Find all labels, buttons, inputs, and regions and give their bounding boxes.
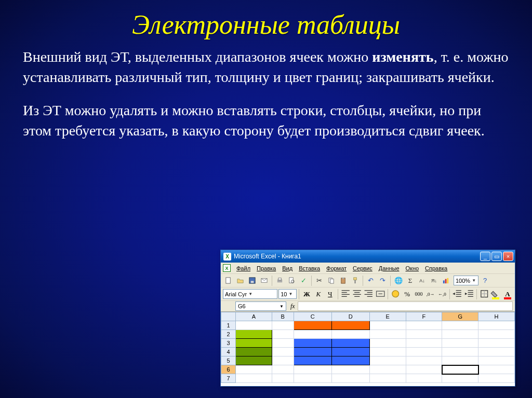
cell-B7[interactable]	[272, 374, 294, 383]
cell-F2[interactable]	[406, 330, 442, 339]
increase-decimal-icon[interactable]: ,0→	[425, 289, 435, 299]
help-icon[interactable]: ?	[480, 275, 490, 286]
menu-file[interactable]: Файл	[234, 264, 253, 272]
increase-indent-icon[interactable]	[464, 289, 474, 299]
cell-G5[interactable]	[442, 356, 478, 365]
autosum-icon[interactable]: Σ	[405, 275, 416, 286]
cell-A1[interactable]	[235, 321, 272, 330]
col-header-A[interactable]: A	[235, 312, 272, 321]
cell-H2[interactable]	[478, 330, 515, 339]
decrease-decimal-icon[interactable]: ←,0	[437, 289, 447, 299]
redo-icon[interactable]: ↷	[377, 275, 388, 286]
percent-icon[interactable]: %	[402, 289, 413, 299]
cell-A7[interactable]	[235, 374, 272, 383]
row-header-5[interactable]: 5	[221, 356, 236, 365]
cell-C5[interactable]	[294, 356, 331, 365]
menu-view[interactable]: Вид	[280, 264, 295, 272]
row-header-3[interactable]: 3	[221, 339, 236, 348]
cell-A2[interactable]	[235, 330, 272, 339]
select-all-corner[interactable]	[221, 312, 236, 321]
cell-F7[interactable]	[406, 374, 442, 383]
spellcheck-icon[interactable]: ✓	[298, 275, 309, 286]
font-size-dropdown[interactable]: 10▼	[278, 289, 297, 299]
cell-H3[interactable]	[478, 339, 515, 348]
cell-B4[interactable]	[272, 348, 294, 356]
col-header-E[interactable]: E	[369, 312, 406, 321]
cell-C3[interactable]	[294, 339, 331, 348]
menu-window[interactable]: Окно	[403, 264, 422, 272]
menu-help[interactable]: Справка	[422, 264, 450, 272]
hyperlink-icon[interactable]: 🌐	[393, 275, 404, 286]
cell-H1[interactable]	[478, 321, 515, 330]
save-icon[interactable]	[247, 275, 258, 286]
underline-button[interactable]: Ч	[325, 289, 335, 299]
spreadsheet-grid[interactable]: ABCDEFGH1234567	[221, 312, 515, 386]
undo-icon[interactable]: ↶	[365, 275, 376, 286]
sort-desc-icon[interactable]: Я↓	[429, 275, 440, 286]
cell-G4[interactable]	[442, 348, 478, 356]
cell-F4[interactable]	[406, 348, 442, 356]
minimize-button[interactable]: _	[480, 252, 490, 261]
cell-G6[interactable]	[442, 365, 478, 374]
comma-icon[interactable]: 000	[414, 289, 424, 299]
cell-E1[interactable]	[369, 321, 406, 330]
menu-data[interactable]: Данные	[376, 264, 402, 272]
cell-B5[interactable]	[272, 356, 294, 365]
cell-F5[interactable]	[406, 356, 442, 365]
merge-center-icon[interactable]	[375, 289, 385, 299]
cell-G2[interactable]	[442, 330, 478, 339]
cell-E3[interactable]	[369, 339, 406, 348]
row-header-1[interactable]: 1	[221, 321, 236, 330]
cell-C6[interactable]	[294, 365, 331, 374]
cell-A6[interactable]	[235, 365, 272, 374]
menu-tools[interactable]: Сервис	[350, 264, 375, 272]
cell-D4[interactable]	[331, 348, 369, 356]
cell-E6[interactable]	[369, 365, 406, 374]
mail-icon[interactable]	[259, 275, 270, 286]
cell-H4[interactable]	[478, 348, 515, 356]
cell-F6[interactable]	[406, 365, 442, 374]
cell-E7[interactable]	[369, 374, 406, 383]
fill-color-icon[interactable]	[490, 289, 501, 299]
cell-D5[interactable]	[331, 356, 369, 365]
cell-C7[interactable]	[294, 374, 331, 383]
row-header-2[interactable]: 2	[221, 330, 236, 339]
cell-A4[interactable]	[235, 348, 272, 356]
print-icon[interactable]	[274, 275, 285, 286]
cell-A3[interactable]	[235, 339, 272, 348]
cell-F3[interactable]	[406, 339, 442, 348]
col-header-F[interactable]: F	[406, 312, 442, 321]
cell-E4[interactable]	[369, 348, 406, 356]
close-button[interactable]: ×	[503, 252, 513, 261]
cell-A5[interactable]	[235, 356, 272, 365]
col-header-H[interactable]: H	[478, 312, 515, 321]
menu-insert[interactable]: Вставка	[296, 264, 323, 272]
preview-icon[interactable]	[286, 275, 297, 286]
cell-G3[interactable]	[442, 339, 478, 348]
cell-D1[interactable]	[331, 321, 369, 330]
chart-icon[interactable]	[441, 275, 451, 286]
decrease-indent-icon[interactable]	[452, 289, 462, 299]
cell-G1[interactable]	[442, 321, 478, 330]
cell-F1[interactable]	[406, 321, 442, 330]
bold-button[interactable]: Ж	[301, 289, 312, 299]
maximize-button[interactable]: ▭	[491, 252, 502, 261]
cell-C1[interactable]	[294, 321, 331, 330]
col-header-C[interactable]: C	[294, 312, 331, 321]
align-center-icon[interactable]	[352, 289, 362, 299]
new-icon[interactable]	[223, 275, 234, 286]
currency-icon[interactable]	[390, 289, 401, 299]
menu-format[interactable]: Формат	[324, 264, 349, 272]
cell-E2[interactable]	[369, 330, 406, 339]
cell-H7[interactable]	[478, 374, 515, 383]
col-header-G[interactable]: G	[442, 312, 478, 321]
cell-B1[interactable]	[272, 321, 294, 330]
cell-E5[interactable]	[369, 356, 406, 365]
align-right-icon[interactable]	[363, 289, 374, 299]
align-left-icon[interactable]	[340, 289, 351, 299]
menu-edit[interactable]: Правка	[254, 264, 278, 272]
italic-button[interactable]: К	[313, 289, 324, 299]
row-header-6[interactable]: 6	[221, 365, 236, 374]
borders-icon[interactable]	[479, 289, 489, 299]
cell-B3[interactable]	[272, 339, 294, 348]
